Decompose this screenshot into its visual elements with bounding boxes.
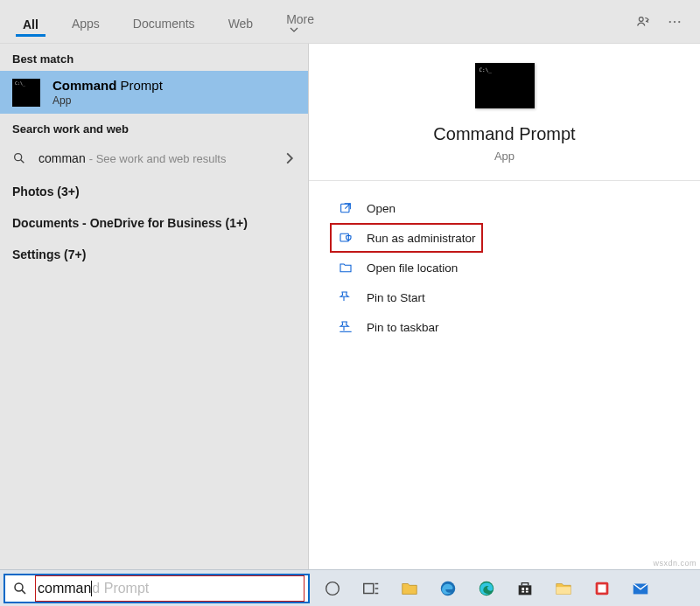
admin-shield-icon — [337, 229, 354, 247]
preview-pane: C:\_ Command Prompt App Open Run as admi… — [308, 44, 700, 569]
tab-apps[interactable]: Apps — [65, 10, 107, 33]
cortana-button[interactable] — [313, 570, 352, 607]
tab-more-label: More — [286, 12, 314, 26]
svg-rect-13 — [526, 588, 528, 590]
chevron-right-icon — [284, 152, 296, 164]
result-title-match: Command — [52, 78, 116, 93]
web-suggestion-term: comman — [38, 151, 86, 165]
category-documents[interactable]: Documents - OneDrive for Business (1+) — [0, 207, 308, 239]
result-title: Command Prompt — [52, 78, 163, 93]
task-view-button[interactable] — [352, 570, 390, 607]
search-typed-text: comman — [36, 581, 91, 596]
svg-point-3 — [678, 20, 680, 22]
search-filter-tabs: All Apps Documents Web More — [0, 0, 700, 44]
edge-legacy-button[interactable] — [429, 570, 467, 607]
search-ghost-text: d Prompt — [92, 581, 149, 596]
folder-location-icon — [337, 259, 354, 276]
action-open-file-location[interactable]: Open file location — [330, 253, 700, 282]
more-options-icon[interactable] — [665, 12, 684, 31]
web-suggestion-hint: - See work and web results — [89, 152, 227, 165]
action-open-label: Open — [367, 202, 396, 215]
tab-documents[interactable]: Documents — [126, 10, 202, 33]
svg-point-2 — [674, 20, 676, 22]
svg-point-7 — [15, 583, 23, 591]
action-run-admin-label: Run as administrator — [367, 232, 476, 245]
svg-point-4 — [15, 154, 22, 161]
svg-rect-9 — [364, 583, 374, 593]
svg-rect-15 — [526, 590, 528, 592]
tab-web[interactable]: Web — [221, 10, 261, 33]
feedback-icon[interactable] — [634, 12, 653, 31]
result-command-prompt[interactable]: C:\_ Command Prompt App — [0, 71, 308, 114]
svg-rect-14 — [522, 590, 524, 592]
action-open-location-label: Open file location — [367, 261, 458, 275]
category-photos[interactable]: Photos (3+) — [0, 176, 308, 207]
tab-all[interactable]: All — [16, 6, 46, 37]
preview-app-icon: C:\_ — [475, 63, 535, 108]
pin-taskbar-icon — [337, 318, 354, 336]
action-run-as-administrator[interactable]: Run as administrator — [330, 223, 483, 253]
result-text: Command Prompt App — [52, 78, 163, 107]
results-pane: Best match C:\_ Command Prompt App Searc… — [0, 44, 308, 569]
svg-point-0 — [639, 17, 643, 21]
action-pin-start-label: Pin to Start — [367, 291, 425, 304]
preview-actions: Open Run as administrator Open file loca… — [309, 181, 700, 342]
svg-point-1 — [669, 20, 671, 22]
search-input[interactable]: command Prompt — [35, 575, 304, 602]
svg-point-8 — [326, 582, 340, 595]
svg-rect-12 — [522, 588, 524, 590]
taskbar-search[interactable]: command Prompt — [4, 574, 310, 603]
web-suggestion[interactable]: comman - See work and web results — [0, 141, 308, 176]
pin-start-icon — [337, 289, 354, 306]
action-pin-to-taskbar[interactable]: Pin to taskbar — [330, 312, 700, 342]
action-open[interactable]: Open — [330, 193, 700, 223]
open-icon — [337, 199, 354, 217]
action-pin-to-start[interactable]: Pin to Start — [330, 282, 700, 312]
pinned-app-button[interactable] — [583, 570, 621, 607]
command-prompt-icon: C:\_ — [12, 79, 40, 107]
watermark: wsxdn.com — [653, 559, 696, 568]
preview-subtitle: App — [494, 150, 514, 163]
search-icon — [12, 151, 26, 165]
preview-header: C:\_ Command Prompt App — [309, 44, 700, 181]
category-settings[interactable]: Settings (7+) — [0, 239, 308, 270]
preview-title: Command Prompt — [433, 124, 575, 144]
group-search-work-web: Search work and web — [0, 114, 308, 141]
file-explorer-button[interactable] — [390, 570, 429, 607]
mail-button[interactable] — [621, 570, 660, 607]
store-button[interactable] — [506, 570, 544, 607]
file-explorer-button-2[interactable] — [544, 570, 583, 607]
result-subtitle: App — [52, 94, 163, 107]
taskbar-icons — [313, 570, 660, 606]
search-icon — [12, 581, 28, 596]
group-best-match: Best match — [0, 44, 308, 71]
result-title-rest: Prompt — [116, 78, 163, 93]
tab-more[interactable]: More — [279, 6, 321, 38]
svg-rect-16 — [556, 587, 571, 594]
edge-button[interactable] — [467, 570, 506, 607]
action-pin-taskbar-label: Pin to taskbar — [367, 321, 439, 334]
chevron-down-icon — [290, 25, 298, 34]
svg-rect-18 — [598, 584, 606, 592]
taskbar: command Prompt — [0, 569, 700, 606]
